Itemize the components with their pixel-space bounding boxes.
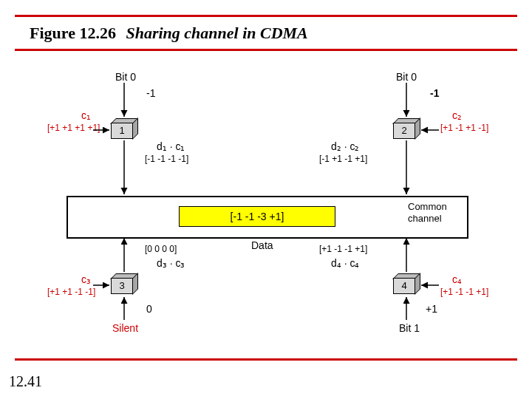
figure-caption: Sharing channel in CDMA bbox=[126, 24, 307, 42]
data-label: Data bbox=[251, 239, 273, 251]
d2c2-vec: [-1 +1 -1 +1] bbox=[319, 154, 367, 164]
bit-val-bottom-left: 0 bbox=[146, 303, 152, 315]
d1c1-expr: d₁ · c₁ bbox=[157, 140, 185, 152]
bit-val-bottom-right: +1 bbox=[426, 303, 437, 315]
d2c2-expr: d₂ · c₂ bbox=[331, 140, 359, 152]
d4c4-vec: [+1 -1 -1 +1] bbox=[319, 244, 367, 254]
c4-vec: [+1 -1 -1 +1] bbox=[440, 287, 488, 297]
rule-top bbox=[15, 15, 517, 17]
silent-label: Silent bbox=[112, 322, 138, 334]
bit0-label-left: Bit 0 bbox=[115, 71, 136, 83]
mult-box-4: 4 bbox=[393, 273, 418, 293]
c2-name: c₂ bbox=[452, 109, 462, 121]
mult-box-4-num: 4 bbox=[393, 278, 415, 294]
rule-under-title bbox=[15, 49, 517, 51]
d3c3-expr: d₃ · c₃ bbox=[157, 257, 185, 269]
channel-sum: [-1 -1 -3 +1] bbox=[179, 206, 335, 227]
figure-number: Figure 12.26 bbox=[30, 24, 116, 42]
d4c4-expr: d₄ · c₄ bbox=[331, 257, 359, 269]
c1-name: c₁ bbox=[81, 109, 91, 121]
rule-bottom bbox=[15, 358, 517, 361]
mult-box-3: 3 bbox=[111, 273, 136, 293]
mult-box-2: 2 bbox=[393, 118, 418, 137]
mult-box-3-num: 3 bbox=[111, 278, 133, 294]
bit1-label: Bit 1 bbox=[399, 322, 420, 334]
c1-vec: [+1 +1 +1 +1] bbox=[47, 123, 100, 133]
bit0-val-left: -1 bbox=[146, 87, 155, 99]
c3-name: c₃ bbox=[81, 273, 91, 285]
mult-box-1-num: 1 bbox=[111, 123, 133, 139]
d1c1-vec: [-1 -1 -1 -1] bbox=[145, 154, 188, 164]
c2-vec: [+1 -1 +1 -1] bbox=[440, 123, 488, 133]
page-number: 12.41 bbox=[9, 373, 42, 390]
bit0-val-right: -1 bbox=[430, 87, 439, 99]
d3c3-vec: [0 0 0 0] bbox=[145, 244, 177, 254]
mult-box-2-num: 2 bbox=[393, 123, 415, 139]
cdma-diagram: Bit 0 -1 Bit 0 -1 c₁ [+1 +1 +1 +1] c₂ [+… bbox=[0, 66, 532, 347]
mult-box-1: 1 bbox=[111, 118, 136, 137]
c3-vec: [+1 +1 -1 -1] bbox=[47, 287, 95, 297]
figure-title: Figure 12.26 Sharing channel in CDMA bbox=[30, 24, 308, 43]
bit0-label-right: Bit 0 bbox=[396, 71, 417, 83]
common-channel-label: Common channel bbox=[408, 201, 447, 224]
c4-name: c₄ bbox=[452, 273, 462, 285]
